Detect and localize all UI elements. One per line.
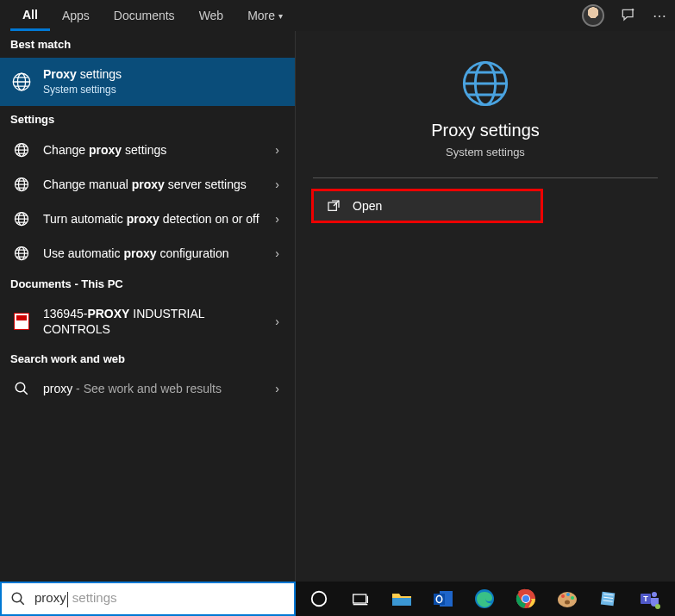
notepad-icon[interactable] [597,588,620,610]
tab-apps[interactable]: Apps [50,0,102,31]
svg-point-0 [632,9,634,11]
globe-icon [10,245,33,262]
chevron-right-icon[interactable]: › [270,314,284,328]
user-avatar[interactable] [582,4,604,27]
section-best-match: Best match [0,31,295,58]
preview-panel: Proxy settings System settings Open [296,31,675,582]
paint-icon[interactable] [556,588,578,610]
svg-text:T: T [643,594,648,603]
result-web-search[interactable]: proxy - See work and web results › [0,372,295,405]
svg-point-24 [522,595,529,602]
search-input[interactable]: proxy settings [34,590,294,607]
result-document[interactable]: 136945-PROXY INDUSTRIAL CONTROLS › [0,297,295,345]
result-settings-1[interactable]: Change manual proxy server settings› [0,167,295,202]
svg-point-11 [16,383,25,393]
svg-point-26 [561,594,565,598]
globe-icon [10,141,33,159]
chevron-right-icon[interactable]: › [270,143,284,157]
svg-point-29 [565,600,570,605]
search-scope-tabs: All Apps Documents Web More▾ ⋯ [0,0,675,31]
section-documents: Documents - This PC [0,271,295,297]
tab-web[interactable]: Web [187,0,236,31]
file-explorer-icon[interactable] [391,588,413,610]
globe-icon [10,176,33,193]
open-label: Open [353,199,382,213]
teams-icon[interactable]: T [639,588,661,610]
svg-point-27 [566,593,570,596]
globe-icon [460,59,510,109]
chevron-right-icon[interactable]: › [270,382,284,395]
preview-subtitle: System settings [446,146,525,159]
svg-point-15 [12,593,22,602]
open-action[interactable]: Open [313,190,541,221]
result-settings-2[interactable]: Turn automatic proxy detection on or off… [0,202,295,236]
chevron-right-icon[interactable]: › [270,177,284,191]
preview-title: Proxy settings [431,121,540,140]
taskbar: T [296,582,675,616]
svg-point-33 [655,604,660,609]
tab-documents[interactable]: Documents [102,0,187,31]
svg-point-32 [652,592,657,597]
chrome-icon[interactable] [515,588,537,610]
more-options-icon[interactable]: ⋯ [653,8,666,24]
section-settings: Settings [0,106,295,133]
result-settings-3[interactable]: Use automatic proxy configuration› [0,236,295,271]
svg-point-16 [312,592,327,607]
outlook-icon[interactable] [432,588,454,610]
tab-all[interactable]: All [10,0,50,31]
svg-rect-17 [353,594,366,603]
section-web: Search work and web [0,345,295,372]
task-view-icon[interactable] [349,588,372,610]
result-settings-0[interactable]: Change proxy settings› [0,133,295,167]
tab-more[interactable]: More▾ [235,0,295,31]
results-panel: Best match Proxy settings System setting… [0,31,296,582]
feedback-icon[interactable] [620,7,637,24]
search-icon [10,381,33,396]
globe-icon [10,71,33,93]
search-icon [2,591,34,607]
chevron-right-icon[interactable]: › [270,246,284,260]
result-best-proxy-settings[interactable]: Proxy settings System settings [0,58,295,106]
edge-icon[interactable] [473,588,496,610]
pdf-icon [10,313,33,330]
search-input-container[interactable]: proxy settings [0,582,296,616]
open-icon [327,199,341,213]
svg-point-28 [571,596,574,600]
globe-icon [10,210,33,227]
divider [313,177,658,178]
chevron-right-icon[interactable]: › [270,212,284,226]
cortana-icon[interactable] [308,588,330,610]
